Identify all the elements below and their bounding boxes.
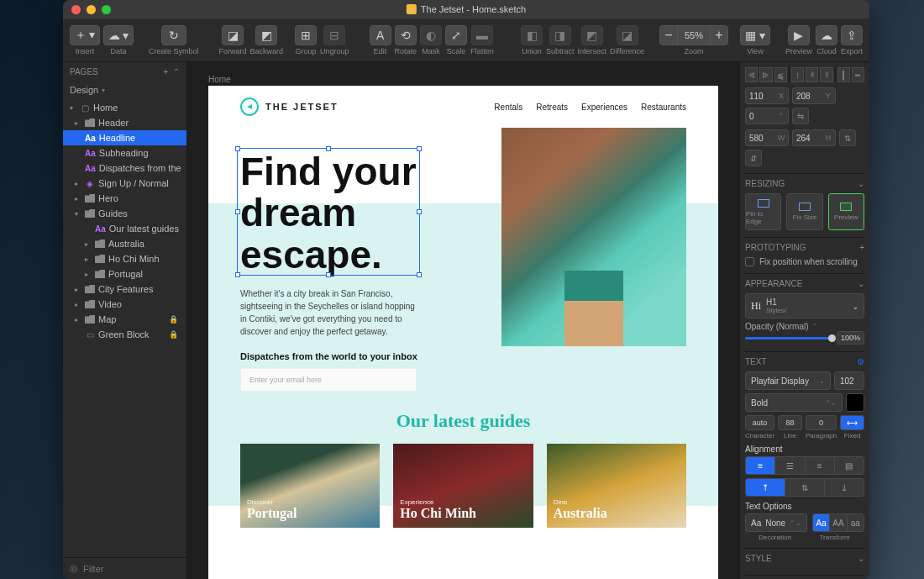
card-hochiminh: ExperienceHo Chi Minh xyxy=(393,444,533,528)
x-input[interactable]: 110X xyxy=(745,87,789,104)
transform-none-button[interactable]: Aa xyxy=(813,514,830,531)
align-center-h-button[interactable]: ⫸ xyxy=(759,67,772,82)
align-bottom-button[interactable]: ⫴ xyxy=(820,67,832,82)
card-portugal: DiscoverPortugal xyxy=(240,444,380,528)
layer-hochiminh[interactable]: ▸Ho Chi Minh xyxy=(63,251,186,266)
layer-cityfeatures[interactable]: ▸City Features xyxy=(63,282,186,297)
align-text-right-button[interactable]: ≡ xyxy=(806,457,835,474)
align-text-left-button[interactable]: ≡ xyxy=(746,457,775,474)
insert-button[interactable]: ＋ ▾ xyxy=(70,25,100,45)
intersect-button[interactable]: ◩ xyxy=(581,25,603,45)
vertical-align-middle-button[interactable]: ⇅ xyxy=(785,479,825,496)
distribute-v-button[interactable]: ━ xyxy=(852,67,864,82)
group-button[interactable]: ⊞ xyxy=(295,25,317,45)
collapse-icon[interactable]: ⌄ xyxy=(858,279,864,288)
align-right-button[interactable]: ⫹ xyxy=(774,67,787,82)
collapse-pages-button[interactable]: ⌃ xyxy=(173,67,180,76)
text-style-selector[interactable]: Hi H1Styles/ ⌄ xyxy=(745,293,864,318)
zoom-window-button[interactable] xyxy=(102,5,111,14)
layer-home[interactable]: ▾▢Home xyxy=(63,100,186,115)
width-input[interactable]: 580W xyxy=(745,129,789,146)
filter-input[interactable]: ◎Filter xyxy=(63,557,186,579)
page-design[interactable]: Design ▾ xyxy=(63,82,186,100)
collapse-icon[interactable]: ⌄ xyxy=(858,554,864,563)
scale-button[interactable]: ⤢ xyxy=(445,25,467,45)
difference-button[interactable]: ◪ xyxy=(617,25,638,45)
rotate-button[interactable]: ⟲ xyxy=(395,25,417,45)
forward-button[interactable]: ◪ xyxy=(222,25,244,45)
preview-button[interactable]: ▶ xyxy=(788,25,810,45)
pin-to-edge-control[interactable]: Pin to Edge xyxy=(745,193,781,230)
union-button[interactable]: ◧ xyxy=(521,25,543,45)
layer-signup[interactable]: ▸◈Sign Up / Normal xyxy=(63,176,186,191)
opacity-slider[interactable] xyxy=(745,337,832,340)
subtract-button[interactable]: ◨ xyxy=(549,25,571,45)
layer-dispatches[interactable]: AaDispatches from the xyxy=(63,161,186,176)
layer-map[interactable]: ▸Map🔒 xyxy=(63,312,186,327)
rotation-input[interactable]: 0° xyxy=(745,108,789,124)
vertical-align-bottom-button[interactable]: ⤓ xyxy=(825,479,864,496)
decoration-select[interactable]: Aa None⌃⌄ xyxy=(745,513,807,532)
fix-position-checkbox[interactable]: Fix position when scrolling xyxy=(745,257,864,266)
text-settings-button[interactable]: ⚙ xyxy=(857,357,864,366)
y-input[interactable]: 208Y xyxy=(792,87,836,104)
distribute-h-button[interactable]: ┃ xyxy=(837,67,850,82)
filter-icon: ◎ xyxy=(70,563,78,574)
style-header: STYLE xyxy=(745,554,772,563)
layer-guides[interactable]: ▾Guides xyxy=(63,206,186,221)
add-prototype-button[interactable]: + xyxy=(859,243,864,252)
export-button[interactable]: ⇪ xyxy=(841,25,863,45)
headline-text[interactable]: Find your dream escape. xyxy=(240,151,485,276)
paragraph-spacing-input[interactable]: 0 xyxy=(806,415,837,430)
view-button[interactable]: ▦ ▾ xyxy=(740,25,770,45)
align-middle-button[interactable]: ⫵ xyxy=(806,67,818,82)
font-family-select[interactable]: Playfair Display⌄ xyxy=(745,371,831,390)
edit-button[interactable]: A xyxy=(370,25,391,45)
transform-upper-button[interactable]: AA xyxy=(830,514,847,531)
fix-size-control[interactable]: Fix Size xyxy=(786,193,822,230)
layer-portugal[interactable]: ▸Portugal xyxy=(63,266,186,282)
artboard-label[interactable]: Home xyxy=(208,75,231,84)
font-size-input[interactable]: 102 xyxy=(834,371,864,390)
zoom-out-button[interactable]: − xyxy=(659,25,678,45)
text-color-swatch[interactable] xyxy=(846,393,864,412)
resize-preview-control[interactable]: Preview xyxy=(828,193,864,230)
align-left-button[interactable]: ⫷ xyxy=(745,67,758,82)
mask-button[interactable]: ◐ xyxy=(420,25,442,45)
canvas[interactable]: Home THE JETSET Rentals Retreats Experie… xyxy=(187,62,739,579)
add-page-button[interactable]: + xyxy=(163,67,168,76)
align-top-button[interactable]: ⫶ xyxy=(791,67,804,82)
flip-v-button[interactable]: ⇵ xyxy=(745,150,762,166)
align-text-center-button[interactable]: ☰ xyxy=(775,457,805,474)
layer-video[interactable]: ▸Video xyxy=(63,297,186,312)
flatten-button[interactable]: ▬ xyxy=(471,25,493,45)
layer-subheading[interactable]: AaSubheading xyxy=(63,145,186,161)
opacity-value[interactable]: 100% xyxy=(837,331,864,345)
vertical-align-top-button[interactable]: ⤒ xyxy=(746,479,785,496)
font-weight-select[interactable]: Bold⌃⌄ xyxy=(745,393,843,412)
layer-greenblock[interactable]: ▭Green Block🔒 xyxy=(63,327,186,342)
line-height-input[interactable]: 88 xyxy=(778,415,802,430)
layer-hero[interactable]: ▸Hero xyxy=(63,191,186,206)
ungroup-button[interactable]: ⊟ xyxy=(323,25,345,45)
cloud-button[interactable]: ☁ xyxy=(816,25,837,45)
layer-australia[interactable]: ▸Australia xyxy=(63,236,186,251)
zoom-in-button[interactable]: + xyxy=(710,25,728,45)
layer-headline[interactable]: AaHeadline xyxy=(63,130,186,145)
backward-button[interactable]: ◩ xyxy=(255,25,277,45)
transform-lower-button[interactable]: aa xyxy=(848,514,864,531)
character-spacing-input[interactable]: auto xyxy=(745,415,774,430)
minimize-window-button[interactable] xyxy=(87,5,96,14)
height-input[interactable]: 264H xyxy=(792,129,836,146)
data-button[interactable]: ☁ ▾ xyxy=(103,25,134,45)
align-text-justify-button[interactable]: ▤ xyxy=(835,457,864,474)
collapse-icon[interactable]: ⌄ xyxy=(858,179,864,188)
flip-h-button[interactable]: ⇋ xyxy=(792,108,809,124)
close-window-button[interactable] xyxy=(71,5,81,14)
create-symbol-button[interactable]: ↻ xyxy=(161,25,186,45)
fixed-width-button[interactable]: ⟷ xyxy=(840,415,864,430)
zoom-value[interactable]: 55% xyxy=(678,25,710,45)
layer-latest-guides[interactable]: AaOur latest guides xyxy=(63,221,186,236)
lock-aspect-button[interactable]: ⇅ xyxy=(839,129,856,146)
layer-header[interactable]: ▸Header xyxy=(63,115,186,130)
